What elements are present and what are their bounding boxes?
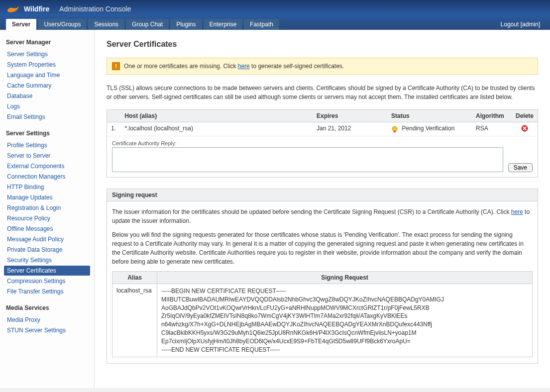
header: Wildfire Administration Console Server U… [0, 0, 550, 30]
warning-icon: ! [112, 62, 120, 70]
sidebar-item-language-time[interactable]: Language and Time [4, 70, 90, 80]
sidebar-item-stun-server-settings[interactable]: STUN Server Settings [4, 325, 90, 335]
issuer-update-link[interactable]: here [511, 208, 523, 215]
console-title: Administration Console [59, 5, 131, 13]
ca-reply-label: Certificate Authority Reply: [112, 140, 533, 146]
sidebar-item-media-proxy[interactable]: Media Proxy [4, 315, 90, 325]
content: Server Certificates ! One or more certif… [95, 30, 550, 388]
sidebar-item-http-binding[interactable]: HTTP Binding [4, 182, 90, 192]
sidebar-item-logs[interactable]: Logs [4, 101, 90, 111]
sidebar-section-media-services: Media Services [4, 301, 90, 314]
sidebar-item-private-data-storage[interactable]: Private Data Storage [4, 245, 90, 255]
logout-link[interactable]: Logout [admin] [501, 21, 540, 28]
save-button[interactable]: Save [508, 163, 533, 172]
tab-group-chat[interactable]: Group Chat [126, 19, 169, 30]
sidebar: Server Manager Server Settings System Pr… [0, 30, 95, 388]
logout: Logout [admin] [497, 19, 544, 30]
col-expires: Expires [313, 110, 387, 122]
col-host: Host (alias) [121, 110, 313, 122]
sidebar-item-server-to-server[interactable]: Server to Server [4, 151, 90, 161]
signing-request-header: Signing request [107, 189, 538, 201]
sidebar-item-system-properties[interactable]: System Properties [4, 60, 90, 70]
sidebar-item-server-certificates[interactable]: Server Certificates [4, 266, 90, 276]
ca-reply-input[interactable] [112, 147, 503, 172]
sidebar-item-server-settings[interactable]: Server Settings [4, 49, 90, 59]
flame-icon [6, 4, 20, 14]
signing-table: Alias Signing Request localhost_rsa ----… [112, 271, 533, 357]
cert-row-status: Pending Verification [387, 122, 472, 136]
tab-enterprise[interactable]: Enterprise [204, 19, 243, 30]
signing-alias: localhost_rsa [112, 284, 157, 357]
sidebar-item-resource-policy[interactable]: Resource Policy [4, 213, 90, 223]
tab-bar: Server Users/Groups Sessions Group Chat … [6, 19, 544, 30]
sidebar-item-profile-settings[interactable]: Profile Settings [4, 140, 90, 150]
sidebar-item-manage-updates[interactable]: Manage Updates [4, 193, 90, 202]
signing-request-body: The issuer information for the certifica… [107, 201, 538, 364]
warning-link[interactable]: here [238, 63, 250, 70]
sidebar-item-email-settings[interactable]: Email Settings [4, 112, 90, 122]
warning-box: ! One or more certificates are missing. … [107, 58, 538, 75]
delete-button[interactable] [521, 126, 528, 133]
col-signing-request: Signing Request [157, 272, 533, 284]
sidebar-item-registration-login[interactable]: Registration & Login [4, 203, 90, 213]
intro-text: TLS (SSL) allows secure connections to b… [107, 84, 538, 101]
col-delete: Delete [512, 110, 538, 122]
logo: Wildfire [6, 4, 49, 14]
signing-row: localhost_rsa -----BEGIN NEW CERTIFICATE… [112, 284, 533, 357]
pending-icon [391, 125, 398, 132]
sidebar-item-external-components[interactable]: External Components [4, 161, 90, 171]
cert-table: Host (alias) Expires Status Algorithm De… [107, 109, 538, 178]
warning-text: One or more certificates are missing. Cl… [124, 63, 344, 70]
tab-sessions[interactable]: Sessions [88, 19, 124, 30]
tab-users-groups[interactable]: Users/Groups [38, 19, 87, 30]
col-algorithm: Algorithm [472, 110, 512, 122]
cert-row-algorithm: RSA [472, 122, 512, 136]
sidebar-item-cache-summary[interactable]: Cache Summary [4, 81, 90, 91]
page-title: Server Certificates [107, 40, 538, 49]
col-alias: Alias [112, 272, 157, 284]
col-status: Status [387, 110, 472, 122]
sidebar-item-compression-settings[interactable]: Compression Settings [4, 276, 90, 286]
signing-csr[interactable]: -----BEGIN NEW CERTIFICATE REQUEST-----M… [161, 287, 528, 354]
tab-fastpath[interactable]: Fastpath [244, 19, 279, 30]
signing-request-desc: Below you will find the signing requests… [112, 230, 533, 266]
sidebar-item-offline-messages[interactable]: Offline Messages [4, 224, 90, 234]
tab-server[interactable]: Server [6, 19, 36, 30]
sidebar-section-server-settings: Server Settings [4, 127, 90, 140]
product-name: Wildfire [24, 5, 49, 13]
sidebar-item-connection-managers[interactable]: Connection Managers [4, 172, 90, 182]
delete-icon [521, 125, 528, 132]
sidebar-item-security-settings[interactable]: Security Settings [4, 255, 90, 265]
cert-row-host: *.localhost (localhost_rsa) [121, 122, 313, 136]
cert-row-expires: Jan 21, 2012 [313, 122, 387, 136]
sidebar-item-file-transfer-settings[interactable]: File Transfer Settings [4, 287, 90, 296]
tab-plugins[interactable]: Plugins [170, 19, 202, 30]
cert-row: 1. *.localhost (localhost_rsa) Jan 21, 2… [107, 122, 538, 136]
sidebar-item-message-audit-policy[interactable]: Message Audit Policy [4, 234, 90, 244]
cert-row-num: 1. [107, 122, 121, 136]
sidebar-item-database[interactable]: Database [4, 91, 90, 101]
sidebar-section-server-manager: Server Manager [4, 36, 90, 49]
